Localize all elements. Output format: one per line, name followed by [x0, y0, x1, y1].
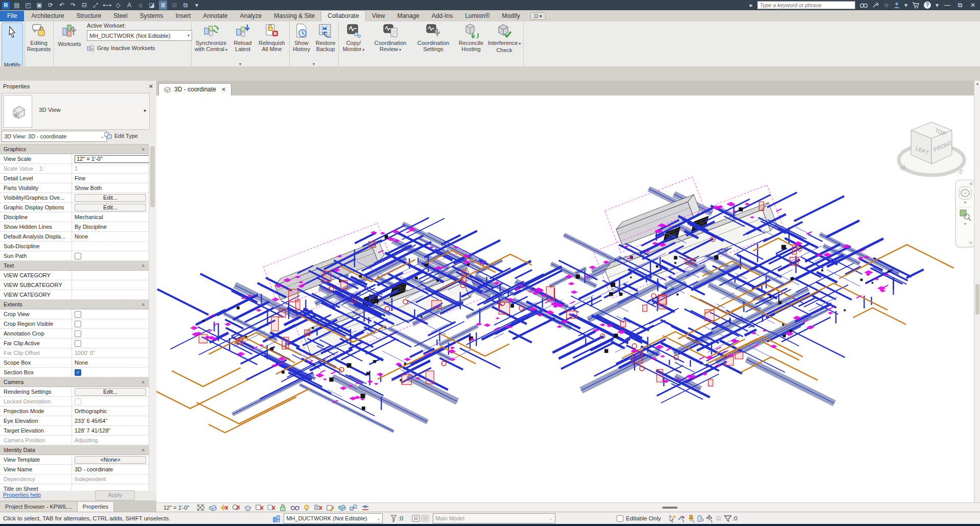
section-icon[interactable]: ◪ [148, 1, 156, 10]
navbar-minimize-icon[interactable]: ⊖ [968, 240, 972, 245]
ribbon-tab-structure[interactable]: Structure [70, 11, 107, 21]
type-selector[interactable]: 3D View ▾ [2, 93, 150, 130]
highlight-displacement-sets-icon[interactable] [349, 504, 358, 512]
property-checkbox[interactable]: ✓ [72, 368, 149, 377]
revit-logo[interactable]: R [2, 2, 10, 9]
section-header-extents[interactable]: Extents« [0, 300, 149, 309]
reconcile-hosting-button[interactable]: Reconcile Hosting [456, 23, 486, 52]
property-input[interactable]: 12" = 1'-0" [72, 154, 149, 163]
favorites-star-icon[interactable]: ☆ [883, 1, 889, 9]
select-elements-by-face-icon[interactable] [695, 514, 705, 522]
editable-only-checkbox[interactable] [617, 515, 623, 522]
properties-scrollbar[interactable] [149, 144, 156, 490]
search-input[interactable] [757, 1, 855, 9]
measure-icon[interactable]: ⤢ [91, 1, 100, 10]
select-underlay-icon[interactable] [677, 514, 686, 522]
properties-help-link[interactable]: Properties help [3, 492, 41, 498]
reveal-hidden-elements-icon[interactable] [302, 504, 311, 512]
scroll-up-icon[interactable]: ▲ [974, 82, 980, 85]
property-value[interactable]: None [72, 358, 149, 367]
redo-icon[interactable]: ↷ [69, 1, 77, 10]
ribbon-tab-lumion-[interactable]: Lumion® [459, 11, 496, 21]
section-header-camera[interactable]: Camera« [0, 377, 149, 387]
viewcube[interactable]: W S TOP LEFT FRONT [892, 115, 973, 186]
crop-lock-icon[interactable] [279, 504, 288, 512]
open-icon[interactable]: ◰ [24, 1, 32, 10]
ribbon-tab-insert[interactable]: Insert [169, 11, 197, 21]
undo-icon[interactable]: ↶ [58, 1, 66, 10]
select-panel-caret-icon[interactable]: ▾ [11, 62, 13, 66]
property-value[interactable] [72, 290, 149, 299]
design-option-dropdown[interactable]: Main Model ⌄ [433, 513, 555, 523]
ribbon-tab-manage[interactable]: Manage [391, 11, 425, 21]
ribbon-tab-modify[interactable]: Modify [496, 11, 526, 21]
filter-icon[interactable] [723, 514, 732, 522]
view-tab-close-icon[interactable]: ✕ [221, 86, 226, 93]
ribbon-tab-architecture[interactable]: Architecture [25, 11, 70, 21]
section-header-graphics[interactable]: Graphics« [0, 145, 149, 154]
sync-with-central-icon[interactable]: ⟳ [46, 1, 55, 10]
navigation-bar[interactable]: ⊗ ▾ ▾ ⊖ [955, 180, 975, 247]
property-value[interactable]: Show Both [72, 183, 149, 193]
crop-view-icon[interactable] [255, 504, 264, 512]
ribbon-tab-file[interactable]: File [0, 11, 24, 21]
view-selector-dropdown[interactable]: 3D View: 3D - coordinate ⌄ [2, 131, 107, 142]
reload-latest-button[interactable]: Reload Latest [231, 23, 254, 52]
ribbon-tab-analyze[interactable]: Analyze [234, 11, 268, 21]
ribbon-tab-steel[interactable]: Steel [107, 11, 133, 21]
interference-check-button[interactable]: Interference▾ Check [487, 23, 521, 53]
visual-style-icon[interactable] [208, 504, 217, 512]
recent-documents-icon[interactable]: ▤ [13, 1, 21, 10]
help-icon[interactable]: ? [924, 2, 931, 9]
property-value[interactable]: 3D - coordinate [72, 465, 149, 474]
worksharing-display-icon[interactable] [314, 504, 323, 512]
property-value[interactable] [72, 242, 149, 251]
property-value[interactable]: 1000' 0" [72, 348, 149, 357]
view-tab-3d-coordinate[interactable]: 3D - coordinate ✕ [158, 83, 231, 95]
property-checkbox[interactable] [72, 309, 149, 319]
property-value[interactable] [72, 271, 149, 280]
drawing-canvas[interactable] [156, 95, 974, 503]
restore-backup-button[interactable]: Restore Backup [314, 23, 337, 52]
restore-button[interactable]: ⧉ [956, 2, 964, 9]
apply-button[interactable]: Apply [95, 490, 135, 500]
exchange-apps-cart-icon[interactable] [912, 2, 919, 9]
temporary-view-properties-icon[interactable] [326, 504, 335, 512]
detail-level-icon[interactable] [197, 504, 205, 512]
coordination-review-button[interactable]: Coordination Review▾ [370, 23, 411, 53]
tab-properties[interactable]: Properties [78, 502, 114, 512]
section-header-text[interactable]: Text« [0, 261, 149, 271]
property-checkbox[interactable] [72, 319, 149, 328]
collapse-icon[interactable]: « [141, 380, 147, 384]
navbar-close-icon[interactable]: ⊗ [969, 181, 973, 186]
coordination-settings-button[interactable]: Coordination Settings [413, 23, 454, 52]
property-button[interactable]: Edit... [72, 193, 149, 202]
wheel-caret-icon[interactable]: ▾ [964, 200, 966, 205]
editable-only-toggle[interactable]: Editable Only [617, 515, 661, 522]
property-value[interactable]: Independent [72, 474, 149, 484]
zoom-caret-icon[interactable]: ▾ [964, 222, 966, 226]
inactive-view-icon[interactable]: ⊞ [170, 1, 178, 10]
temporary-hide-isolate-icon[interactable] [291, 504, 299, 512]
expand-arrow-icon[interactable]: ▸ [750, 1, 753, 9]
property-value[interactable]: Mechanical [72, 212, 149, 222]
rendering-dialog-icon[interactable] [244, 504, 252, 512]
reveal-constraints-icon[interactable] [361, 504, 370, 512]
type-selector-caret-icon[interactable]: ▾ [144, 108, 146, 113]
search-binoculars-icon[interactable] [860, 2, 868, 8]
help-caret-icon[interactable]: ▾ [936, 1, 939, 9]
switch-windows-icon[interactable]: ⧉ [181, 1, 190, 10]
tag-icon[interactable]: ◇ [114, 1, 122, 10]
print-icon[interactable]: ⊟ [80, 1, 88, 10]
collapse-icon[interactable]: « [141, 448, 147, 451]
property-value[interactable]: 128' 7 41/128" [72, 426, 149, 435]
view-scale-button[interactable]: 12" = 1'-0" [164, 505, 190, 511]
shadows-icon[interactable] [232, 504, 241, 512]
thin-lines-icon[interactable]: ≣ [159, 1, 167, 10]
design-options-icon[interactable] [411, 514, 421, 522]
property-checkbox[interactable] [72, 397, 149, 406]
ribbon-tab-massing-site[interactable]: Massing & Site [268, 11, 321, 21]
ribbon-tab-add-ins[interactable]: Add-Ins [426, 11, 459, 21]
ribbon-tab-view[interactable]: View [366, 11, 391, 21]
save-icon[interactable]: ▣ [35, 1, 43, 10]
